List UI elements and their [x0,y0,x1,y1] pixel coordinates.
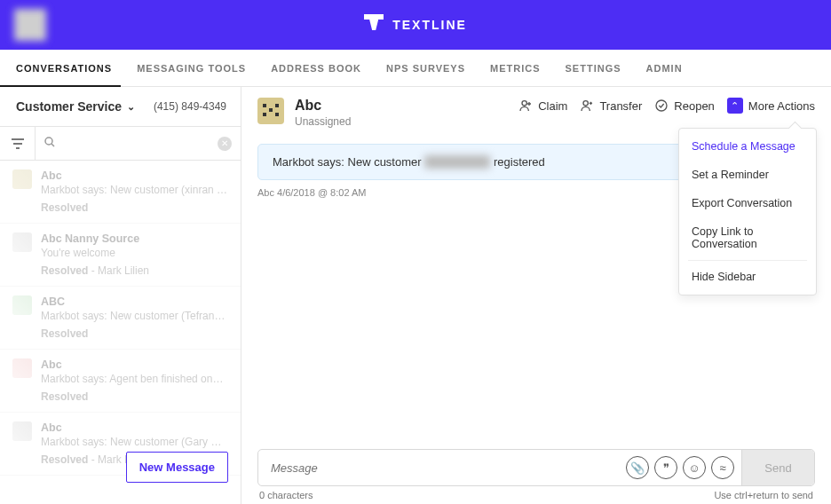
dropdown-item-hide-sidebar[interactable]: Hide Sidebar [679,263,816,291]
char-count: 0 characters [259,490,313,500]
conversation-status: Resolved [41,390,228,403]
contact-name: Abc [295,98,351,114]
svg-point-4 [656,100,667,111]
svg-point-3 [583,101,588,106]
template-button[interactable]: ❞ [654,456,677,479]
filter-icon [12,138,24,149]
nav-tab-nps-surveys[interactable]: NPS SURVEYS [386,51,465,86]
redacted-text: xxxxx xxxx [424,155,490,169]
svg-line-1 [51,144,54,146]
conversation-avatar-icon [12,358,32,378]
conversation-title: Abc Nanny Source [41,232,228,245]
nav-tab-conversations[interactable]: CONVERSATIONS [16,51,112,86]
filter-button[interactable] [0,127,36,160]
nav-tab-admin[interactable]: ADMIN [646,51,683,86]
main-nav: CONVERSATIONS MESSAGING TOOLS ADDRESS BO… [0,50,831,87]
search-row: ✕ [0,127,241,161]
brand-name: TEXTLINE [392,18,467,32]
composer-hint: Use ctrl+return to send [714,490,813,500]
svg-point-0 [45,138,52,145]
emoji-button[interactable]: ☺ [683,456,706,479]
approx-icon: ≈ [719,461,725,475]
dropdown-item-schedule[interactable]: Schedule a Message [679,132,816,161]
conversation-list-item[interactable]: ABC Markbot says: New customer (Tefrany … [0,287,241,350]
send-button[interactable]: Send [741,450,814,485]
dropdown-item-copy-link[interactable]: Copy Link to Conversation [679,217,816,258]
chevron-up-icon: ⌃ [727,98,743,114]
contact-avatar-icon [257,98,284,124]
attach-button[interactable]: 📎 [626,456,649,479]
conversation-list-item[interactable]: Abc Markbot says: Agent ben finished onb… [0,350,241,413]
conversation-avatar-icon [12,232,32,252]
nav-tab-messaging-tools[interactable]: MESSAGING TOOLS [137,51,246,86]
more-actions-button[interactable]: ⌃ More Actions [727,98,815,114]
dropdown-item-reminder[interactable]: Set a Reminder [679,161,816,189]
conversation-title: Abc [41,169,228,182]
nav-tab-metrics[interactable]: METRICS [490,51,541,86]
search-input[interactable] [62,138,218,150]
department-label: Customer Service [16,99,122,114]
claim-icon [518,98,533,113]
new-message-button[interactable]: New Message [126,452,228,483]
svg-point-2 [522,101,526,106]
more-actions-dropdown: Schedule a Message Set a Reminder Export… [678,128,817,295]
top-bar: TEXTLINE [0,0,831,50]
nav-tab-settings[interactable]: SETTINGS [566,51,621,86]
conversation-preview: You're welcome [41,247,228,259]
search-icon [44,137,55,150]
claim-button[interactable]: Claim [518,98,567,113]
conversation-status: Resolved [41,201,228,214]
nav-tab-address-book[interactable]: ADDRESS BOOK [271,51,361,86]
system-message-prefix: Markbot says: New customer [273,155,422,169]
conversation-status: Resolved - Mark Lilien [41,264,228,277]
conversation-title: Abc [41,421,228,434]
conversation-title: ABC [41,295,228,308]
conversation-status: Resolved [41,327,228,340]
content-pane: Abc Unassigned Claim Transfer Reopen ⌃ [241,87,831,504]
conversation-avatar-icon [12,295,32,315]
conversation-preview: Markbot says: Agent ben finished onboa… [41,373,228,385]
user-avatar[interactable] [14,9,46,41]
conversation-preview: Markbot says: New customer (Tefrany … [41,310,228,322]
conversation-list-item[interactable]: Abc Nanny Source You're welcome Resolved… [0,224,241,287]
system-message-suffix: registered [494,155,545,169]
message-input[interactable] [258,461,626,475]
conversation-avatar-icon [12,169,32,189]
smile-icon: ☺ [688,461,700,475]
dropdown-item-export[interactable]: Export Conversation [679,189,816,217]
clear-search-button[interactable]: ✕ [218,137,232,151]
conversation-avatar-icon [12,421,32,441]
department-selector[interactable]: Customer Service ⌄ [16,99,135,114]
brand: TEXTLINE [364,14,467,35]
dropdown-separator [688,260,807,261]
sidebar-header: Customer Service ⌄ (415) 849-4349 [0,87,241,127]
conversation-preview: Markbot says: New customer (xinran d… [41,184,228,196]
variables-button[interactable]: ≈ [711,456,734,479]
paperclip-icon: 📎 [630,461,645,475]
composer: 📎 ❞ ☺ ≈ Send [257,449,815,486]
conversation-list-item[interactable]: Abc Markbot says: New customer (xinran d… [0,161,241,224]
department-phone: (415) 849-4349 [154,100,226,113]
brand-logo-icon [364,14,384,35]
quote-icon: ❞ [663,461,669,475]
transfer-icon [580,98,594,113]
chevron-down-icon: ⌄ [127,101,135,113]
contact-subtitle: Unassigned [295,115,351,128]
sidebar: Customer Service ⌄ (415) 849-4349 ✕ Abc … [0,87,241,504]
conversation-preview: Markbot says: New customer (Gary Pau… [41,436,228,448]
reopen-icon [654,98,669,113]
reopen-button[interactable]: Reopen [654,98,715,113]
transfer-button[interactable]: Transfer [580,98,642,113]
conversation-title: Abc [41,358,228,371]
